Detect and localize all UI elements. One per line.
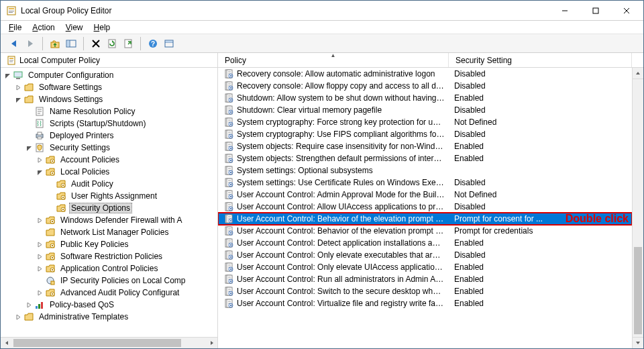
tree-item[interactable]: Security Options [1,202,217,214]
up-button[interactable] [47,36,63,51]
close-button[interactable] [611,1,642,20]
expand-toggle[interactable] [36,168,44,176]
list-row[interactable]: System settings: Use Certificate Rules o… [218,177,632,189]
list-rows[interactable]: Recovery console: Allow automatic admini… [218,68,632,348]
tree-item-label: Software Restriction Policies [58,251,164,262]
tree-item[interactable]: Application Control Policies [1,262,217,275]
list-row[interactable]: Recovery console: Allow floppy copy and … [218,80,632,92]
svg-rect-39 [52,172,53,174]
tree-item[interactable]: Computer Configuration [1,69,217,81]
minimize-button[interactable] [549,1,580,20]
policy-name: Shutdown: Allow system to be shut down w… [237,93,449,103]
window-buttons [549,1,642,20]
scroll-left-button[interactable] [1,338,12,348]
refresh-button[interactable] [104,36,120,51]
column-policy[interactable]: Policy ▲ [218,53,449,67]
tree-item[interactable]: Audit Policy [1,178,217,190]
scroll-down-button[interactable] [633,337,643,348]
list-row[interactable]: User Account Control: Allow UIAccess app… [218,201,632,213]
list-row[interactable]: System cryptography: Use FIPS compliant … [218,128,632,140]
list-row[interactable]: User Account Control: Run all administra… [218,273,632,285]
list-row[interactable]: User Account Control: Only elevate execu… [218,249,632,261]
scroll-right-button[interactable] [206,338,217,348]
list-row[interactable]: Shutdown: Allow system to be shut down w… [218,92,632,104]
list-vscrollbar[interactable] [632,68,643,348]
list-row[interactable]: User Account Control: Switch to the secu… [218,285,632,297]
policy-value: Enabled [449,238,484,248]
tree-item[interactable]: Windows Settings [1,93,217,105]
hscroll-track[interactable] [12,338,206,348]
tree-item[interactable]: Local Policies [1,166,217,178]
tree-hscrollbar[interactable] [1,337,217,348]
export-button[interactable] [120,36,136,51]
expand-toggle[interactable] [25,144,33,152]
list-row[interactable]: User Account Control: Behavior of the el… [218,225,632,237]
list-row[interactable]: System objects: Require case insensitivi… [218,140,632,152]
menu-help[interactable]: Help [90,22,115,33]
tree-item[interactable]: Public Key Policies [1,238,217,250]
list-row[interactable]: User Account Control: Behavior of the el… [218,213,632,225]
show-hide-tree-button[interactable] [63,36,79,51]
menu-view[interactable]: View [62,22,87,33]
expand-toggle[interactable] [14,313,22,321]
list-row[interactable]: User Account Control: Detect application… [218,237,632,249]
list-row[interactable]: System objects: Strengthen default permi… [218,152,632,164]
tree-pane: Local Computer Policy Computer Configura… [1,53,218,348]
tree[interactable]: Computer ConfigurationSoftware SettingsW… [1,68,217,337]
folderl-icon [45,239,56,250]
forward-button[interactable] [22,36,38,51]
folderl-icon [56,191,66,201]
tree-item[interactable]: IP Security Policies on Local Comp [1,275,217,287]
tree-item[interactable]: User Rights Assignment [1,190,217,202]
expand-toggle[interactable] [36,216,44,224]
list-row[interactable]: User Account Control: Only elevate UIAcc… [218,261,632,273]
hscroll-thumb[interactable] [13,339,181,347]
tree-item[interactable]: Software Restriction Policies [1,250,217,262]
maximize-button[interactable] [580,1,611,20]
list-row[interactable]: Shutdown: Clear virtual memory pagefileD… [218,104,632,116]
tree-item[interactable]: Administrative Templates [1,311,217,323]
list-row[interactable]: System cryptography: Force strong key pr… [218,116,632,128]
vscroll-thumb[interactable] [634,247,642,334]
delete-button[interactable] [88,36,104,51]
tree-item[interactable]: Account Policies [1,154,217,166]
tree-item-label: User Rights Assignment [69,191,159,201]
list-row[interactable]: User Account Control: Virtualize file an… [218,297,632,309]
tree-item[interactable]: Deployed Printers [1,130,217,142]
expand-toggle[interactable] [3,71,11,79]
tree-item[interactable]: Network List Manager Policies [1,226,217,238]
svg-rect-84 [230,111,231,113]
expand-toggle[interactable] [36,240,44,248]
tree-item[interactable]: Name Resolution Policy [1,105,217,117]
tree-item-label: Application Control Policies [58,263,160,274]
list-row[interactable]: System settings: Optional subsystems [218,164,632,177]
policy-icon [223,129,234,140]
back-button[interactable] [6,36,22,51]
tree-item[interactable]: Windows Defender Firewall with A [1,214,217,226]
expand-toggle[interactable] [36,264,44,272]
svg-rect-57 [52,293,53,295]
tree-item[interactable]: Scripts (Startup/Shutdown) [1,117,217,130]
expand-toggle[interactable] [36,289,44,297]
expand-toggle[interactable] [36,156,44,164]
list-row[interactable]: User Account Control: Admin Approval Mod… [218,189,632,201]
tree-item[interactable]: Advanced Audit Policy Configurat [1,287,217,299]
tree-item-label: Computer Configuration [26,70,115,81]
expand-toggle[interactable] [14,95,22,103]
properties-button[interactable] [161,36,177,51]
menu-action[interactable]: Action [28,22,58,33]
help-button[interactable]: ? [145,36,161,51]
column-security-setting[interactable]: Security Setting [449,53,632,67]
vscroll-track[interactable] [633,79,643,337]
policy-name: Shutdown: Clear virtual memory pagefile [237,105,449,115]
svg-rect-33 [38,132,42,135]
list-row[interactable]: Recovery console: Allow automatic admini… [218,68,632,80]
expand-toggle[interactable] [25,301,33,309]
tree-item[interactable]: Policy-based QoS [1,299,217,311]
expand-toggle[interactable] [14,83,22,91]
tree-item[interactable]: Security Settings [1,142,217,154]
scroll-up-button[interactable] [633,68,643,79]
expand-toggle[interactable] [36,252,44,260]
tree-item[interactable]: Software Settings [1,81,217,93]
menu-file[interactable]: File [5,22,25,33]
